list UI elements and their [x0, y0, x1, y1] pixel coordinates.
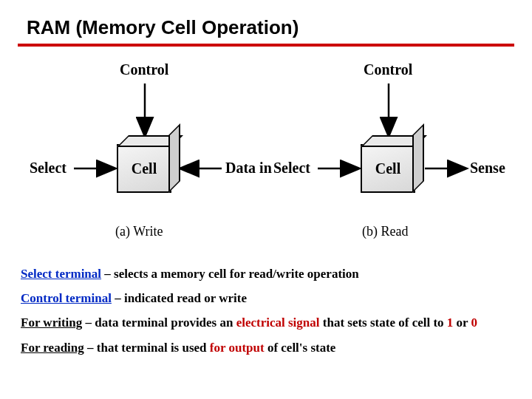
- notes: Select terminal – selects a memory cell …: [0, 253, 532, 358]
- note-select-term: Select terminal: [21, 267, 101, 281]
- note-writing-zero: 0: [471, 316, 478, 330]
- note-writing-term: For writing: [21, 316, 82, 330]
- note-writing-t1: – data terminal provides an: [82, 316, 236, 330]
- note-writing: For writing – data terminal provides an …: [21, 313, 511, 332]
- note-reading-t2: of cell's state: [265, 341, 336, 355]
- note-writing-or: or: [453, 316, 471, 330]
- note-reading-t1: – that terminal is used: [84, 341, 210, 355]
- write-caption: (a) Write: [115, 224, 163, 239]
- note-reading-output: for output: [210, 341, 265, 355]
- read-cell-box: Cell: [361, 144, 415, 193]
- write-datain-label: Data in: [225, 160, 272, 177]
- write-cell-label: Cell: [132, 160, 157, 177]
- note-control-term: Control terminal: [21, 291, 112, 305]
- read-sense-label: Sense: [470, 160, 505, 177]
- write-control-label: Control: [120, 61, 168, 78]
- read-cell-label: Cell: [375, 160, 400, 177]
- note-select-text: – selects a memory cell for read/write o…: [101, 267, 359, 281]
- read-caption: (b) Read: [362, 224, 408, 239]
- slide-title: RAM (Memory Cell Operation): [0, 0, 532, 44]
- write-select-label: Select: [30, 160, 66, 177]
- diagram-area: Cell Control Select Data in (a) Write Ce…: [0, 47, 532, 253]
- note-reading: For reading – that terminal is used for …: [21, 338, 511, 358]
- note-select: Select terminal – selects a memory cell …: [21, 264, 511, 284]
- read-control-label: Control: [364, 61, 412, 78]
- note-reading-term: For reading: [21, 341, 84, 355]
- note-control: Control terminal – indicated read or wri…: [21, 288, 511, 308]
- note-control-text: – indicated read or write: [112, 291, 247, 305]
- diagram-arrows: [0, 47, 532, 253]
- read-select-label: Select: [273, 160, 310, 177]
- note-writing-t2: that sets state of cell to: [320, 316, 447, 330]
- write-cell-box: Cell: [117, 144, 171, 193]
- note-writing-signal: electrical signal: [236, 316, 320, 330]
